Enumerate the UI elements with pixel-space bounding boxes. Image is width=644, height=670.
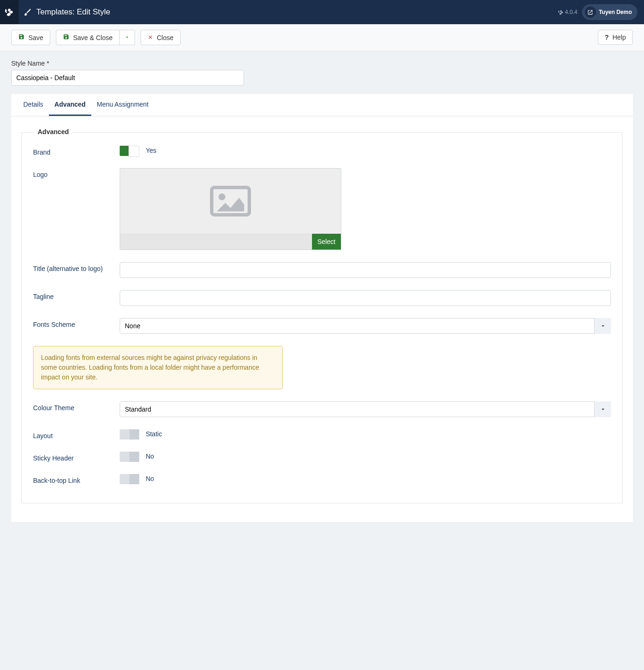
fonts-scheme-row: Fonts Scheme (33, 318, 611, 334)
logo-footer: Select (120, 234, 341, 250)
colour-theme-row: Colour Theme (33, 401, 611, 417)
back-to-top-label: Back-to-top Link (33, 474, 120, 484)
sticky-header-value: No (146, 453, 154, 460)
tagline-input[interactable] (120, 290, 611, 306)
toolbar-left: Save Save & Close Close (11, 30, 181, 45)
user-menu[interactable]: Tuyen Demo (582, 4, 637, 20)
joomla-small-icon (558, 10, 563, 15)
sticky-header-toggle[interactable] (120, 452, 139, 462)
title-alt-label: Title (alternative to logo) (33, 262, 120, 272)
external-link-icon (585, 7, 596, 18)
layout-value: Static (146, 430, 162, 438)
user-name: Tuyen Demo (599, 9, 632, 15)
joomla-logo[interactable] (0, 0, 19, 24)
colour-theme-label: Colour Theme (33, 401, 120, 412)
help-button[interactable]: ? Help (598, 30, 633, 45)
title-alt-row: Title (alternative to logo) (33, 262, 611, 278)
title-alt-input[interactable] (120, 262, 611, 278)
tab-menu-assignment[interactable]: Menu Assignment (91, 94, 154, 116)
tab-advanced[interactable]: Advanced (49, 94, 91, 116)
brand-value: Yes (146, 147, 156, 154)
svg-point-1 (218, 194, 225, 201)
style-name-input[interactable] (11, 70, 244, 86)
back-to-top-row: Back-to-top Link No (33, 474, 611, 484)
chevron-down-icon (594, 401, 611, 417)
tagline-row: Tagline (33, 290, 611, 306)
joomla-icon (5, 8, 14, 16)
style-name-label: Style Name * (11, 60, 633, 67)
back-to-top-toggle[interactable] (120, 474, 139, 484)
title-area: Templates: Edit Style (19, 7, 110, 17)
fonts-warning-alert: Loading fonts from external sources migh… (33, 346, 283, 389)
fieldset-wrap: Advanced Brand Yes Logo (11, 116, 633, 522)
top-bar-left: Templates: Edit Style (0, 0, 110, 24)
logo-label: Logo (33, 168, 120, 178)
fonts-scheme-value (120, 318, 611, 334)
save-dropdown-button[interactable] (120, 30, 135, 45)
save-icon (18, 34, 25, 41)
tagline-label: Tagline (33, 290, 120, 300)
tabs: Details Advanced Menu Assignment (11, 94, 633, 116)
sticky-header-label: Sticky Header (33, 452, 120, 462)
version-tag: 4.0.4 (558, 9, 577, 15)
fonts-alert-row: Loading fonts from external sources migh… (33, 346, 611, 389)
logo-preview (120, 169, 341, 234)
tab-details[interactable]: Details (18, 94, 49, 116)
brand-row: Brand Yes (33, 146, 611, 156)
back-to-top-value: No (146, 475, 154, 482)
main-panel: Details Advanced Menu Assignment Advance… (11, 94, 633, 522)
logo-path-input[interactable] (120, 234, 312, 250)
save-close-button[interactable]: Save & Close (56, 30, 120, 45)
toolbar-right: ? Help (598, 30, 633, 45)
layout-row: Layout Static (33, 429, 611, 440)
chevron-down-icon (594, 318, 611, 334)
layout-toggle[interactable] (120, 429, 139, 440)
fonts-scheme-select[interactable] (120, 318, 611, 334)
chevron-down-icon (124, 34, 130, 41)
colour-theme-value (120, 401, 611, 417)
fieldset-legend: Advanced (34, 128, 73, 135)
brush-icon (23, 8, 32, 16)
save-close-group: Save & Close (56, 30, 135, 45)
toolbar: Save Save & Close Close ? Hel (0, 24, 644, 51)
brand-label: Brand (33, 146, 120, 156)
logo-row: Logo Select (33, 168, 611, 250)
logo-select-button[interactable]: Select (312, 234, 341, 250)
close-button[interactable]: Close (141, 30, 181, 45)
save-button[interactable]: Save (11, 30, 50, 45)
page-title: Templates: Edit Style (36, 7, 110, 17)
help-icon: ? (605, 34, 609, 41)
fonts-scheme-label: Fonts Scheme (33, 318, 120, 328)
top-bar: Templates: Edit Style 4.0.4 Tuyen Demo (0, 0, 644, 24)
image-placeholder-icon (210, 186, 251, 217)
save-icon (63, 34, 69, 41)
style-name-area: Style Name * (0, 51, 644, 86)
sticky-header-row: Sticky Header No (33, 452, 611, 462)
top-bar-right: 4.0.4 Tuyen Demo (558, 4, 637, 20)
logo-box: Select (120, 168, 341, 250)
layout-label: Layout (33, 429, 120, 440)
close-icon (148, 34, 153, 41)
colour-theme-select[interactable] (120, 401, 611, 417)
brand-toggle[interactable] (120, 146, 139, 156)
advanced-fieldset: Advanced Brand Yes Logo (21, 132, 623, 503)
